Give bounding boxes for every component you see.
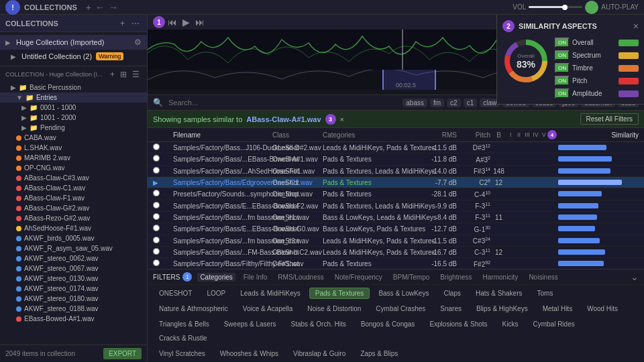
filter-vinyl[interactable]: Vinyl Scratches [153, 348, 211, 359]
row-select[interactable] [153, 237, 173, 245]
tree-item-abass-c3[interactable]: ABass-Claw-C#3.wav [0, 173, 147, 183]
row-radio[interactable] [153, 190, 160, 196]
add-collection-button[interactable]: + [118, 18, 127, 29]
search-tag-fm[interactable]: fm [430, 99, 444, 107]
filter-tab-harmonicity[interactable]: Harmonicity [480, 273, 521, 282]
aspect-amplitude-toggle[interactable]: ON [555, 88, 570, 99]
filter-oneshot[interactable]: ONESHOT [153, 288, 198, 299]
row-radio[interactable] [153, 143, 160, 150]
row-radio[interactable] [153, 202, 160, 208]
filter-tab-rms[interactable]: RMS/Loudness [275, 273, 326, 282]
tree-item-abass-c1[interactable]: ABass-Claw-C1.wav [0, 183, 147, 193]
nav-back-button[interactable]: ← [93, 2, 107, 13]
filter-zaps[interactable]: Zaps & Blips [354, 348, 404, 359]
row-radio[interactable] [153, 237, 160, 243]
filter-tab-note[interactable]: Note/Frequency [332, 273, 385, 282]
tree-item-akwf-birds[interactable]: AKWF_birds_0005.wav [0, 233, 147, 243]
col-header-pitch[interactable]: Pitch [457, 131, 490, 139]
tree-item-opcng[interactable]: OP-CNG.wav [0, 163, 147, 173]
transport-play-button[interactable]: ▶ [180, 17, 193, 27]
nav-forward-button[interactable]: → [107, 2, 120, 13]
table-row[interactable]: Samples/Factory/Bass/E...EBass-Bowed-G0.… [148, 223, 644, 235]
sim-close-tag[interactable]: × [340, 115, 344, 123]
filter-noise[interactable]: Noise & Distortion [301, 303, 367, 314]
tree-item-ahsed[interactable]: AhSedHoose-F#1.wav [0, 223, 147, 233]
reset-filters-button[interactable]: Reset All Filters [580, 113, 639, 125]
sidebar-more-button[interactable]: ⋯ [129, 18, 142, 29]
aspect-spectrum-toggle[interactable]: ON [555, 50, 570, 60]
filter-metal[interactable]: Metal Hits [537, 303, 578, 314]
tree-item-0001-1000[interactable]: ▶📁0001 - 1000 [0, 103, 147, 113]
tree-item-basic-percussion[interactable]: ▶📁Basic Percussion [0, 82, 147, 93]
tree-item-akwf-rasym[interactable]: AKWF_R_asym_saw_05.wav [0, 243, 147, 253]
table-row[interactable]: Samples/Factory/Bass/...fm bassman_e1.wa… [148, 212, 644, 223]
tree-grid-button[interactable]: ⊞ [118, 69, 129, 80]
col-header-bpm[interactable]: B [490, 131, 507, 139]
filter-hats[interactable]: Hats & Shakers [470, 288, 528, 299]
table-row[interactable]: Samples/Factory/Bass/...FM-Bass-Blow-It-… [148, 247, 644, 258]
filter-triangles[interactable]: Triangles & Bells [153, 318, 215, 330]
row-radio[interactable] [153, 248, 160, 255]
row-select[interactable] [153, 143, 173, 152]
tree-item-marimb[interactable]: MARIMB 2.wav [0, 153, 147, 163]
transport-prev-button[interactable]: ⏮ [165, 17, 180, 27]
filter-claps[interactable]: Claps [437, 288, 467, 299]
filter-cracks[interactable]: Cracks & Rustle [153, 333, 213, 344]
filter-nature[interactable]: Nature & Athmospheric [153, 303, 234, 314]
tree-item-abass-g2[interactable]: ABass-Claw-G#2.wav [0, 203, 147, 213]
tree-item-ebass-bowed[interactable]: EBass-Bowed-A#1.wav [0, 314, 147, 324]
filter-stabs[interactable]: Stabs & Orch. Hits [285, 318, 352, 330]
row-select[interactable] [153, 155, 173, 163]
row-select[interactable] [153, 167, 173, 175]
filter-explosions[interactable]: Explosions & Shots [423, 318, 493, 330]
aspect-overall-toggle[interactable]: ON [555, 38, 570, 48]
autoplay-indicator[interactable] [585, 1, 598, 14]
col-header-rms[interactable]: RMS [417, 131, 457, 139]
tree-item-entries[interactable]: ▼📁Entries [0, 93, 147, 103]
row-select[interactable]: ▶ [153, 178, 173, 186]
filter-wood[interactable]: Wood Hits [581, 303, 624, 314]
tree-item-caba[interactable]: CABA.wav [0, 133, 147, 143]
filter-toms[interactable]: Toms [531, 288, 559, 299]
tree-item-pending[interactable]: ▶📁Pending [0, 123, 147, 133]
tree-item-abass-f1[interactable]: ABass-Claw-F1.wav [0, 193, 147, 203]
tree-list-button[interactable]: ☰ [130, 69, 142, 80]
filter-cymbal[interactable]: Cymbal Crashes [370, 303, 431, 314]
row-select[interactable] [153, 213, 173, 221]
tree-item-lshak[interactable]: L.SHAK.wav [0, 143, 147, 153]
filter-vibraslap[interactable]: Vibraslap & Guiro [287, 348, 352, 359]
gear-icon[interactable]: ⚙ [134, 38, 142, 47]
table-row[interactable]: Samples/Factory/Bass/...AhSedHoose-F#1.w… [148, 166, 644, 177]
filter-tab-fileinfo[interactable]: File Info [241, 273, 270, 282]
filter-tab-noisiness[interactable]: Noisiness [526, 273, 560, 282]
search-tag-abass[interactable]: abass [402, 99, 427, 107]
table-row[interactable]: Samples/Factory/Bass...J106-DuckLead-D#2… [148, 142, 644, 154]
tree-item-akwf-0180[interactable]: AKWF_stereo_0180.wav [0, 294, 147, 304]
aspect-timbre-toggle[interactable]: ON [555, 63, 570, 73]
table-row[interactable]: Samples/Factory/Bass/...fm bassman_c3.wa… [148, 235, 644, 247]
filter-bongos[interactable]: Bongos & Congas [355, 318, 421, 330]
col-header-similarity[interactable]: Similarity [558, 131, 639, 139]
nav-add-button[interactable]: + [84, 2, 93, 13]
table-row[interactable]: Samples/Factory/Bass/...EBass-Bowed-A#1.… [148, 154, 644, 165]
collection-untitled[interactable]: ▶ Untitled Collection (2) Warning [0, 50, 147, 63]
filter-whooshes[interactable]: Whooshes & Whips [214, 348, 284, 359]
tree-item-akwf-0174[interactable]: AKWF_stereo_0174.wav [0, 284, 147, 294]
tree-item-akwf-0188[interactable]: AKWF_stereo_0188.wav [0, 304, 147, 314]
filter-leads[interactable]: Leads & MidiHiKeys [234, 288, 306, 299]
row-select[interactable] [153, 248, 173, 256]
filter-cymbal-rides[interactable]: Cymbal Rides [527, 318, 580, 330]
filter-expand-button[interactable]: ⌄ [631, 272, 639, 282]
col-header-categories[interactable]: Categories [323, 131, 417, 139]
collection-huge[interactable]: ▶ Huge Collection (Imported) ⚙ [0, 35, 147, 50]
aspect-pitch-toggle[interactable]: ON [555, 76, 570, 86]
similarity-close-button[interactable]: × [633, 21, 639, 32]
row-select[interactable] [153, 225, 173, 233]
tree-item-akwf-0062[interactable]: AKWF_stereo_0062.wav [0, 253, 147, 263]
row-radio[interactable] [153, 259, 160, 266]
filter-pads[interactable]: Pads & Textures [309, 288, 370, 299]
table-row[interactable]: Presets/Factory/Sounds...symphonic_loop.… [148, 188, 644, 200]
row-radio[interactable] [153, 155, 160, 162]
filter-sweeps[interactable]: Sweeps & Lasers [218, 318, 282, 330]
search-input[interactable] [168, 99, 397, 107]
